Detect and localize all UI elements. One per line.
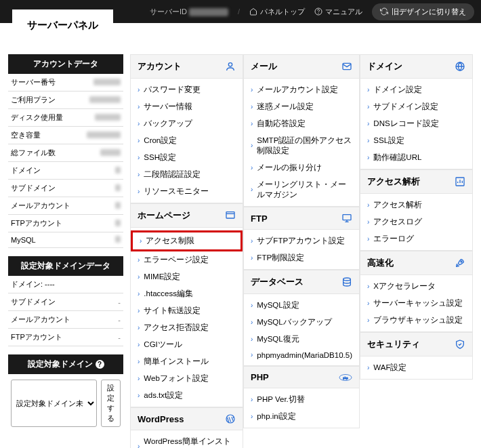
- menu-item-homepage-4[interactable]: ›サイト転送設定: [131, 302, 243, 319]
- account-row-val: [80, 91, 123, 109]
- menu-item-label: MySQL復元: [257, 334, 299, 344]
- menu-item-mail-4[interactable]: ›メールの振り分け: [244, 159, 359, 176]
- menu-item-account-1[interactable]: ›サーバー情報: [131, 98, 243, 115]
- panel-top-link[interactable]: パネルトップ: [249, 7, 305, 17]
- help-icon[interactable]: ?: [96, 360, 104, 369]
- menu-item-security-0[interactable]: ›WAF設定: [360, 359, 472, 376]
- menu-item-database-3[interactable]: ›phpmyadmin(MariaDB10.5): [244, 348, 359, 363]
- chevron-right-icon: ›: [251, 413, 253, 420]
- menu-item-label: リソースモニター: [144, 186, 209, 197]
- menu-item-homepage-1[interactable]: ›エラーページ設定: [131, 251, 243, 268]
- switch-design-button[interactable]: 旧デザインに切り替え: [372, 3, 474, 20]
- menu-item-account-5[interactable]: ›二段階認証設定: [131, 166, 243, 183]
- menu-item-ftp-1[interactable]: ›FTP制限設定: [244, 249, 359, 266]
- card-homepage: ホームページ ›アクセス制限›エラーページ設定›MIME設定›.htaccess…: [130, 203, 243, 407]
- menu-item-analytics-2[interactable]: ›エラーログ: [360, 230, 472, 247]
- domain-row-val: -: [111, 293, 123, 311]
- chevron-right-icon: ›: [251, 336, 253, 343]
- menu-item-label: 簡単インストール: [144, 357, 209, 367]
- globe-icon: [455, 61, 465, 72]
- chevron-right-icon: ›: [251, 142, 253, 149]
- menu-item-label: アクセス解析: [373, 200, 422, 210]
- menu-item-label: Cron設定: [144, 136, 177, 146]
- menu-item-homepage-7[interactable]: ›簡単インストール: [131, 353, 243, 370]
- menu-item-ftp-0[interactable]: ›サブFTPアカウント設定: [244, 232, 359, 249]
- menu-item-database-0[interactable]: ›MySQL設定: [244, 297, 359, 314]
- menu-item-php-1[interactable]: ›php.ini設定: [244, 408, 359, 425]
- menu-item-wordpress-0[interactable]: ›WordPress簡単インストール: [131, 433, 243, 448]
- menu-item-analytics-1[interactable]: ›アクセスログ: [360, 213, 472, 230]
- menu-item-speed-1[interactable]: ›サーバーキャッシュ設定: [360, 295, 472, 312]
- menu-item-label: メーリングリスト・メールマガジン: [257, 180, 352, 200]
- domain-label: ドメイン: ----: [8, 276, 123, 293]
- menu-item-homepage-9[interactable]: ›ads.txt設定: [131, 387, 243, 404]
- menu-item-homepage-6[interactable]: ›CGIツール: [131, 336, 243, 353]
- menu-item-homepage-2[interactable]: ›MIME設定: [131, 268, 243, 285]
- page-title: サーバーパネル: [12, 9, 113, 41]
- menu-item-database-1[interactable]: ›MySQLバックアップ: [244, 314, 359, 331]
- menu-item-label: PHP Ver.切替: [257, 394, 304, 405]
- menu-item-label: アクセス拒否設定: [144, 323, 209, 333]
- menu-item-mail-2[interactable]: ›自動応答設定: [244, 115, 359, 132]
- menu-item-homepage-8[interactable]: ›Webフォント設定: [131, 370, 243, 387]
- domain-data-title: 設定対象ドメインデータ: [8, 256, 123, 276]
- account-row-val: [80, 109, 123, 127]
- card-wordpress: WordPress ›WordPress簡単インストール›WordPress簡単…: [130, 407, 243, 448]
- menu-item-homepage-3[interactable]: ›.htaccess編集: [131, 285, 243, 302]
- menu-item-database-2[interactable]: ›MySQL復元: [244, 331, 359, 348]
- chevron-right-icon: ›: [367, 104, 369, 110]
- menu-item-account-4[interactable]: ›SSH設定: [131, 149, 243, 166]
- chevron-right-icon: ›: [138, 308, 140, 314]
- menu-item-speed-2[interactable]: ›ブラウザキャッシュ設定: [360, 312, 472, 329]
- menu-item-label: パスワード変更: [144, 85, 201, 95]
- svg-point-1: [318, 13, 319, 14]
- menu-item-analytics-0[interactable]: ›アクセス解析: [360, 197, 472, 213]
- menu-item-account-2[interactable]: ›バックアップ: [131, 115, 243, 132]
- menu-item-account-0[interactable]: ›パスワード変更: [131, 81, 243, 98]
- account-row-val: [80, 180, 123, 197]
- chevron-right-icon: ›: [138, 171, 140, 178]
- help-icon: [314, 7, 322, 16]
- card-account: アカウント ›パスワード変更›サーバー情報›バックアップ›Cron設定›SSH設…: [130, 54, 243, 203]
- chevron-right-icon: ›: [138, 325, 140, 331]
- menu-item-label: SMTP認証の国外アクセス制限設定: [257, 136, 352, 156]
- chevron-right-icon: ›: [251, 319, 253, 326]
- account-row-val: [80, 144, 123, 162]
- menu-item-label: メールアカウント設定: [257, 85, 338, 95]
- menu-item-homepage-5[interactable]: ›アクセス拒否設定: [131, 319, 243, 336]
- account-row-key: サーバー番号: [8, 74, 80, 91]
- chevron-right-icon: ›: [367, 283, 369, 290]
- menu-item-account-6[interactable]: ›リソースモニター: [131, 183, 243, 200]
- chevron-right-icon: ›: [138, 443, 140, 448]
- menu-item-account-3[interactable]: ›Cron設定: [131, 132, 243, 149]
- menu-item-domain-1[interactable]: ›サブドメイン設定: [360, 98, 472, 115]
- card-ftp: FTP ›サブFTPアカウント設定›FTP制限設定: [243, 207, 360, 270]
- menu-item-mail-3[interactable]: ›SMTP認証の国外アクセス制限設定: [244, 132, 359, 159]
- account-row-key: ご利用プラン: [8, 91, 80, 109]
- menu-item-domain-2[interactable]: ›DNSレコード設定: [360, 115, 472, 132]
- menu-item-label: サーバー情報: [144, 102, 192, 112]
- user-icon: [225, 61, 236, 72]
- chevron-right-icon: ›: [367, 87, 369, 94]
- menu-item-domain-0[interactable]: ›ドメイン設定: [360, 81, 472, 98]
- chevron-right-icon: ›: [138, 359, 140, 365]
- manual-link[interactable]: マニュアル: [314, 7, 362, 17]
- menu-item-speed-0[interactable]: ›Xアクセラレータ: [360, 278, 472, 295]
- account-row-val: [80, 232, 123, 248]
- menu-item-label: メールの振り分け: [257, 163, 322, 173]
- database-icon: [341, 277, 352, 287]
- menu-item-domain-3[interactable]: ›SSL設定: [360, 132, 472, 149]
- chevron-right-icon: ›: [138, 375, 140, 382]
- server-id: サーバーID: [150, 7, 228, 17]
- menu-item-label: phpmyadmin(MariaDB10.5): [257, 351, 352, 359]
- target-domain-block: 設定対象ドメイン? 設定対象ドメイン未 設定する: [8, 354, 123, 432]
- php-icon: php: [339, 373, 352, 382]
- menu-item-mail-1[interactable]: ›迷惑メール設定: [244, 98, 359, 115]
- menu-item-homepage-0[interactable]: ›アクセス制限: [131, 230, 243, 251]
- set-button[interactable]: 設定する: [101, 380, 121, 427]
- menu-item-domain-4[interactable]: ›動作確認URL: [360, 149, 472, 166]
- target-domain-select[interactable]: 設定対象ドメイン未: [11, 380, 97, 427]
- menu-item-mail-5[interactable]: ›メーリングリスト・メールマガジン: [244, 176, 359, 203]
- menu-item-mail-0[interactable]: ›メールアカウント設定: [244, 81, 359, 98]
- menu-item-php-0[interactable]: ›PHP Ver.切替: [244, 391, 359, 408]
